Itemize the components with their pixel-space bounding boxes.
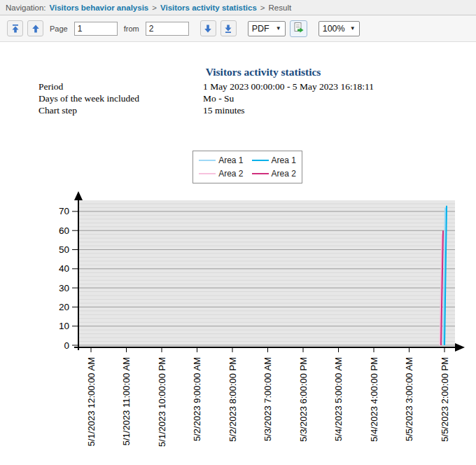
- x-tick-label: 5/3/2023 7:00:00 AM: [262, 357, 273, 441]
- legend-line-icon: [199, 173, 216, 174]
- legend-entry: Area 2: [199, 169, 243, 179]
- parameter-row-chart-step: Chart step 15 minutes: [38, 104, 476, 116]
- legend-label: Area 1: [272, 155, 296, 165]
- breadcrumb-link-visitors-behavior-analysis[interactable]: Visitors behavior analysis: [50, 4, 149, 12]
- first-page-button[interactable]: [7, 20, 23, 36]
- zoom-value: 100%: [323, 24, 345, 34]
- chart-container: 0102030405060705/1/2023 12:00:00 AM5/1/2…: [0, 189, 476, 465]
- legend-line-icon: [252, 173, 269, 174]
- legend-entry: Area 1: [199, 155, 243, 165]
- x-tick-label: 5/2/2023 9:00:00 AM: [192, 357, 202, 441]
- x-axis-arrow-icon: [455, 343, 465, 352]
- next-page-button[interactable]: [200, 20, 216, 36]
- zoom-select[interactable]: 100% ▼: [318, 21, 360, 36]
- arrow-up-to-bar-icon: [10, 24, 20, 34]
- x-tick-label: 5/3/2023 6:00:00 PM: [298, 357, 309, 442]
- report-parameters: Period 1 May 2023 00:00:00 - 5 May 2023 …: [38, 81, 476, 116]
- y-tick-label: 20: [59, 302, 69, 312]
- page-label: Page: [50, 25, 68, 33]
- activity-chart: 0102030405060705/1/2023 12:00:00 AM5/1/2…: [0, 189, 476, 465]
- legend-line-icon: [252, 160, 269, 161]
- legend-label: Area 2: [218, 169, 243, 179]
- parameter-label: Period: [38, 81, 203, 92]
- x-tick-label: 5/4/2023 4:00:00 PM: [369, 357, 379, 442]
- parameter-row-period: Period 1 May 2023 00:00:00 - 5 May 2023 …: [38, 81, 476, 92]
- x-tick-label: 5/2/2023 8:00:00 PM: [227, 357, 238, 442]
- breadcrumb: Navigation: Visitors behavior analysis >…: [0, 0, 476, 15]
- y-axis-arrow-icon: [74, 191, 83, 200]
- x-tick-label: 5/1/2023 12:00:00 AM: [86, 357, 97, 446]
- parameter-row-days: Days of the week included Mo - Su: [38, 92, 476, 104]
- x-tick-label: 5/5/2023 3:00:00 AM: [404, 357, 414, 441]
- y-tick-label: 10: [59, 321, 69, 331]
- arrow-up-icon: [31, 24, 41, 34]
- from-label: from: [124, 25, 139, 33]
- plot-background: [79, 200, 455, 347]
- total-pages-input[interactable]: [146, 22, 189, 36]
- y-tick-label: 40: [59, 263, 69, 274]
- legend-line-icon: [199, 160, 216, 161]
- visitors-statistics-screen: Navigation: Visitors behavior analysis >…: [0, 0, 476, 465]
- legend-label: Area 1: [218, 155, 243, 165]
- last-page-button[interactable]: [220, 20, 237, 36]
- parameter-label: Days of the week included: [38, 92, 203, 104]
- y-tick-label: 60: [59, 225, 69, 236]
- y-tick-label: 50: [59, 244, 69, 255]
- page-input[interactable]: [74, 22, 118, 36]
- breadcrumb-current: Result: [269, 4, 292, 12]
- legend-entry: Area 2: [252, 169, 296, 179]
- y-tick-label: 0: [64, 340, 69, 351]
- document-export-icon: [293, 22, 304, 36]
- parameter-value: 15 minutes: [203, 104, 245, 116]
- y-tick-label: 70: [59, 206, 69, 216]
- parameter-label: Chart step: [38, 104, 203, 116]
- x-tick-label: 5/4/2023 5:00:00 AM: [333, 357, 344, 441]
- legend-label: Area 2: [272, 169, 296, 179]
- export-format-value: PDF: [252, 24, 270, 34]
- x-tick-label: 5/1/2023 11:00:00 AM: [121, 357, 132, 445]
- report-page: Visitors activity statistics Period 1 Ma…: [0, 65, 476, 465]
- previous-page-button[interactable]: [27, 20, 43, 36]
- chevron-down-icon: ▼: [350, 26, 356, 32]
- chart-legend: Area 1 Area 1 Area 2 Area 2: [192, 151, 302, 183]
- parameter-value: Mo - Su: [203, 92, 234, 104]
- breadcrumb-separator: >: [152, 4, 157, 12]
- breadcrumb-link-visitors-activity-statistics[interactable]: Visitors activity statistics: [160, 4, 257, 12]
- x-tick-label: 5/1/2023 10:00:00 PM: [157, 357, 167, 447]
- report-toolbar: Page from PDF ▼: [0, 15, 476, 42]
- export-button[interactable]: [290, 20, 307, 37]
- legend-entry: Area 1: [252, 155, 296, 165]
- breadcrumb-prefix: Navigation:: [6, 4, 46, 12]
- legend-container: Area 1 Area 1 Area 2 Area 2: [0, 151, 476, 183]
- y-tick-label: 30: [59, 283, 69, 293]
- parameter-value: 1 May 2023 00:00:00 - 5 May 2023 16:18:1…: [203, 81, 374, 92]
- report-title: Visitors activity statistics: [0, 65, 476, 79]
- x-tick-label: 5/5/2023 2:00:00 PM: [440, 357, 450, 442]
- arrow-down-to-bar-icon: [223, 24, 233, 34]
- arrow-down-icon: [203, 24, 213, 34]
- export-format-select[interactable]: PDF ▼: [248, 21, 286, 36]
- breadcrumb-separator: >: [260, 4, 265, 12]
- chevron-down-icon: ▼: [276, 26, 281, 32]
